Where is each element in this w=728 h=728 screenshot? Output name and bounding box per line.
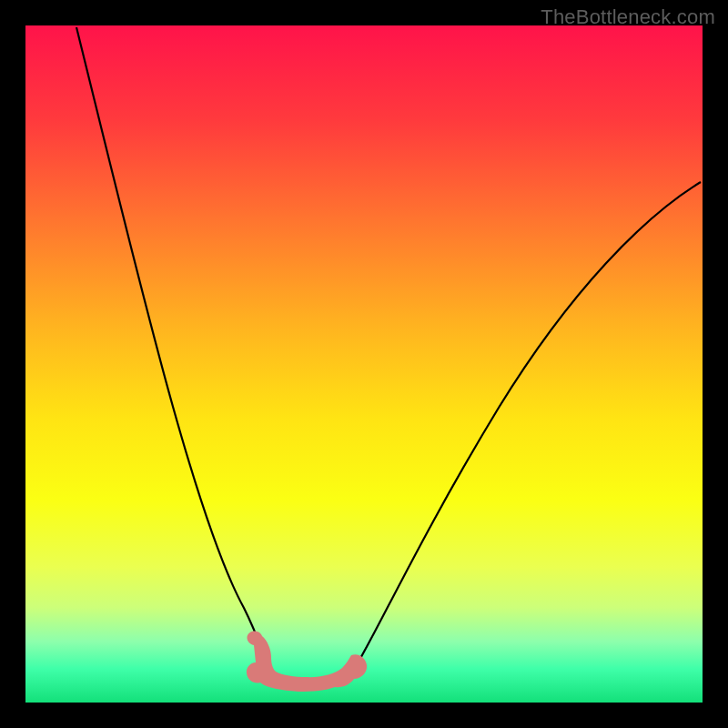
pink-band xyxy=(247,632,367,692)
chart-frame: TheBottleneck.com xyxy=(0,0,728,728)
watermark-text: TheBottleneck.com xyxy=(541,5,715,29)
plot-area xyxy=(25,25,703,703)
curve-layer xyxy=(25,25,703,703)
left-curve xyxy=(76,27,273,675)
right-curve xyxy=(349,182,701,677)
